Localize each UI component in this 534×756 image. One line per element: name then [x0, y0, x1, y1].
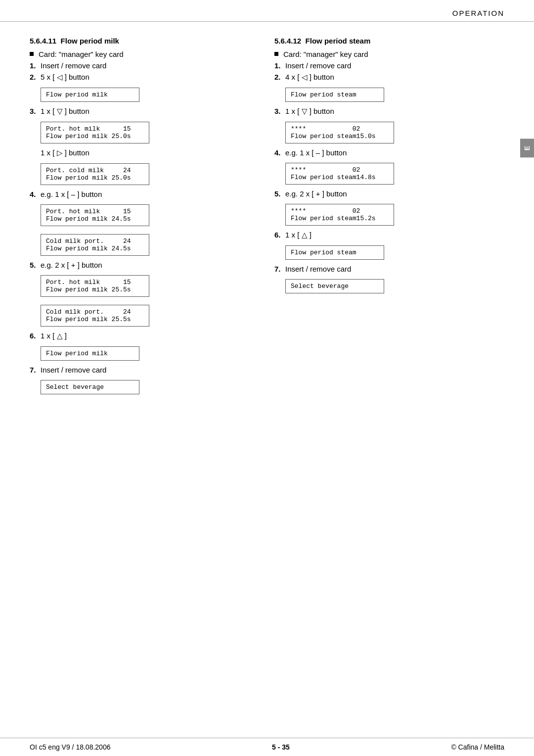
left-column: 5.6.4.11 Flow period milk Card: "manager…	[30, 37, 274, 399]
page-header: Operation	[0, 0, 534, 22]
right-step-6: 6. 1 x [ △ ]	[274, 231, 504, 239]
side-tab: E	[520, 139, 534, 157]
right-step-7: 7. Insert / remove card	[274, 265, 504, 273]
left-screen-step6: Flow period milk	[41, 346, 139, 361]
left-step-1: 1. Insert / remove card	[30, 61, 260, 70]
bullet-icon-right	[274, 52, 278, 56]
page-footer: OI c5 eng V9 / 18.08.2006 5 - 35 © Cafin…	[0, 738, 534, 756]
right-step-3: 3. 1 x [ ▽ ] button	[274, 107, 504, 116]
right-screen-step3: **** 02 Flow period steam15.0s	[285, 122, 394, 143]
left-step-3: 3. 1 x [ ▽ ] button	[30, 107, 260, 116]
right-step-4: 4. e.g. 1 x [ – ] button	[274, 148, 504, 157]
left-screen-step5b: Cold milk port. 24 Flow period milk 25.5…	[41, 305, 149, 327]
right-step-5: 5. e.g. 2 x [ + ] button	[274, 189, 504, 198]
left-screen-step4b: Cold milk port. 24 Flow period milk 24.5…	[41, 234, 149, 256]
right-section-title: 5.6.4.12 Flow period steam	[274, 37, 504, 45]
right-bullet: Card: "manager" key card	[274, 50, 504, 58]
left-screen-step5a: Port. hot milk 15 Flow period milk 25.5s	[41, 275, 149, 297]
right-screen-step2: Flow period steam	[285, 88, 384, 102]
left-screen-step7: Select beverage	[41, 380, 139, 394]
right-column: 5.6.4.12 Flow period steam Card: "manage…	[274, 37, 504, 399]
right-step-1: 1. Insert / remove card	[274, 61, 504, 70]
left-step-5: 5. e.g. 2 x [ + ] button	[30, 261, 260, 269]
main-content: 5.6.4.11 Flow period milk Card: "manager…	[0, 22, 534, 399]
footer-center: 5 - 35	[272, 743, 290, 751]
right-screen-step7: Select beverage	[285, 279, 384, 293]
left-bullet: Card: "manager" key card	[30, 50, 260, 58]
left-screen-step3b: Port. cold milk 24 Flow period milk 25.0…	[41, 163, 149, 185]
left-step-4: 4. e.g. 1 x [ – ] button	[30, 190, 260, 198]
left-step-7: 7. Insert / remove card	[30, 366, 260, 374]
left-screen-step4a: Port. hot milk 15 Flow period milk 24.5s	[41, 204, 149, 226]
header-title: Operation	[452, 9, 504, 17]
right-step-2: 2. 4 x [ ◁ ] button	[274, 73, 504, 82]
left-screen-step3a: Port. hot milk 15 Flow period milk 25.0s	[41, 122, 149, 143]
left-screen-step2: Flow period milk	[41, 88, 139, 102]
left-step-3-sub: 1 x [ ▷ ] button	[41, 148, 260, 157]
left-step-6: 6. 1 x [ △ ]	[30, 331, 260, 340]
bullet-icon	[30, 52, 34, 56]
footer-right: © Cafina / Melitta	[451, 743, 504, 751]
right-screen-step6: Flow period steam	[285, 245, 384, 260]
right-screen-step5: **** 02 Flow period steam15.2s	[285, 204, 394, 226]
footer-left: OI c5 eng V9 / 18.08.2006	[30, 743, 110, 751]
left-section-title: 5.6.4.11 Flow period milk	[30, 37, 260, 45]
right-screen-step4: **** 02 Flow period steam14.8s	[285, 163, 394, 185]
left-step-2: 2. 5 x [ ◁ ] button	[30, 73, 260, 82]
